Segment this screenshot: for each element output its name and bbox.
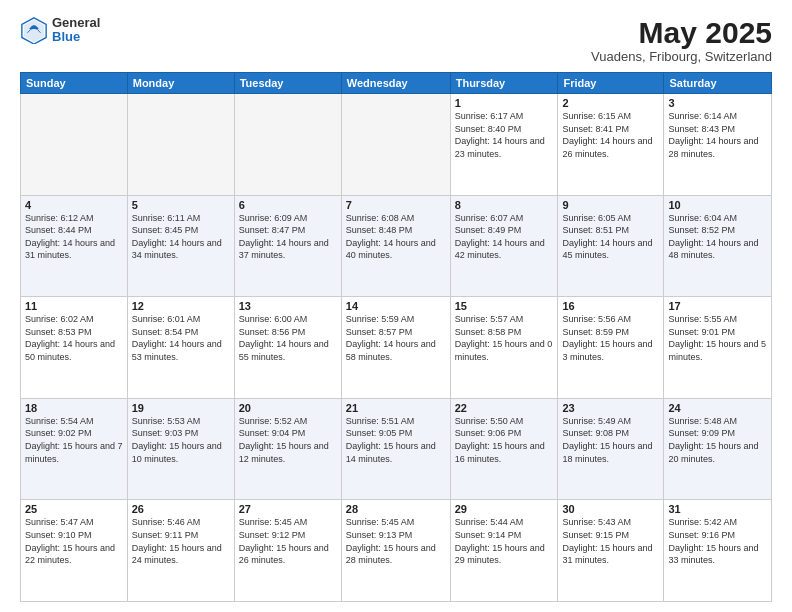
day-info: Sunrise: 6:00 AM Sunset: 8:56 PM Dayligh… — [239, 313, 337, 363]
day-number: 22 — [455, 402, 554, 414]
day-number: 8 — [455, 199, 554, 211]
table-row — [127, 94, 234, 196]
day-info: Sunrise: 6:02 AM Sunset: 8:53 PM Dayligh… — [25, 313, 123, 363]
table-row: 27Sunrise: 5:45 AM Sunset: 9:12 PM Dayli… — [234, 500, 341, 602]
calendar-week-row: 4Sunrise: 6:12 AM Sunset: 8:44 PM Daylig… — [21, 195, 772, 297]
table-row: 20Sunrise: 5:52 AM Sunset: 9:04 PM Dayli… — [234, 398, 341, 500]
day-info: Sunrise: 6:08 AM Sunset: 8:48 PM Dayligh… — [346, 212, 446, 262]
day-number: 7 — [346, 199, 446, 211]
day-info: Sunrise: 6:11 AM Sunset: 8:45 PM Dayligh… — [132, 212, 230, 262]
day-number: 9 — [562, 199, 659, 211]
day-info: Sunrise: 5:50 AM Sunset: 9:06 PM Dayligh… — [455, 415, 554, 465]
table-row: 3Sunrise: 6:14 AM Sunset: 8:43 PM Daylig… — [664, 94, 772, 196]
table-row: 1Sunrise: 6:17 AM Sunset: 8:40 PM Daylig… — [450, 94, 558, 196]
day-number: 16 — [562, 300, 659, 312]
day-info: Sunrise: 5:47 AM Sunset: 9:10 PM Dayligh… — [25, 516, 123, 566]
table-row: 25Sunrise: 5:47 AM Sunset: 9:10 PM Dayli… — [21, 500, 128, 602]
day-number: 20 — [239, 402, 337, 414]
day-number: 4 — [25, 199, 123, 211]
calendar-week-row: 25Sunrise: 5:47 AM Sunset: 9:10 PM Dayli… — [21, 500, 772, 602]
table-row: 4Sunrise: 6:12 AM Sunset: 8:44 PM Daylig… — [21, 195, 128, 297]
day-info: Sunrise: 6:01 AM Sunset: 8:54 PM Dayligh… — [132, 313, 230, 363]
day-info: Sunrise: 5:44 AM Sunset: 9:14 PM Dayligh… — [455, 516, 554, 566]
day-info: Sunrise: 6:07 AM Sunset: 8:49 PM Dayligh… — [455, 212, 554, 262]
table-row: 18Sunrise: 5:54 AM Sunset: 9:02 PM Dayli… — [21, 398, 128, 500]
day-number: 10 — [668, 199, 767, 211]
location-subtitle: Vuadens, Fribourg, Switzerland — [591, 49, 772, 64]
logo-text: General Blue — [52, 16, 100, 45]
day-number: 12 — [132, 300, 230, 312]
table-row: 31Sunrise: 5:42 AM Sunset: 9:16 PM Dayli… — [664, 500, 772, 602]
table-row: 22Sunrise: 5:50 AM Sunset: 9:06 PM Dayli… — [450, 398, 558, 500]
day-info: Sunrise: 6:04 AM Sunset: 8:52 PM Dayligh… — [668, 212, 767, 262]
day-number: 29 — [455, 503, 554, 515]
day-info: Sunrise: 5:51 AM Sunset: 9:05 PM Dayligh… — [346, 415, 446, 465]
logo-blue: Blue — [52, 30, 100, 44]
day-number: 18 — [25, 402, 123, 414]
day-info: Sunrise: 5:49 AM Sunset: 9:08 PM Dayligh… — [562, 415, 659, 465]
table-row: 7Sunrise: 6:08 AM Sunset: 8:48 PM Daylig… — [341, 195, 450, 297]
table-row: 6Sunrise: 6:09 AM Sunset: 8:47 PM Daylig… — [234, 195, 341, 297]
day-info: Sunrise: 5:43 AM Sunset: 9:15 PM Dayligh… — [562, 516, 659, 566]
day-number: 19 — [132, 402, 230, 414]
calendar-table: Sunday Monday Tuesday Wednesday Thursday… — [20, 72, 772, 602]
day-number: 3 — [668, 97, 767, 109]
table-row — [341, 94, 450, 196]
day-info: Sunrise: 6:14 AM Sunset: 8:43 PM Dayligh… — [668, 110, 767, 160]
table-row: 28Sunrise: 5:45 AM Sunset: 9:13 PM Dayli… — [341, 500, 450, 602]
table-row: 14Sunrise: 5:59 AM Sunset: 8:57 PM Dayli… — [341, 297, 450, 399]
day-info: Sunrise: 5:45 AM Sunset: 9:12 PM Dayligh… — [239, 516, 337, 566]
header-tuesday: Tuesday — [234, 73, 341, 94]
table-row: 24Sunrise: 5:48 AM Sunset: 9:09 PM Dayli… — [664, 398, 772, 500]
month-title: May 2025 — [591, 16, 772, 49]
day-info: Sunrise: 5:42 AM Sunset: 9:16 PM Dayligh… — [668, 516, 767, 566]
day-number: 26 — [132, 503, 230, 515]
title-block: May 2025 Vuadens, Fribourg, Switzerland — [591, 16, 772, 64]
day-number: 23 — [562, 402, 659, 414]
table-row: 5Sunrise: 6:11 AM Sunset: 8:45 PM Daylig… — [127, 195, 234, 297]
table-row: 15Sunrise: 5:57 AM Sunset: 8:58 PM Dayli… — [450, 297, 558, 399]
page: General Blue May 2025 Vuadens, Fribourg,… — [0, 0, 792, 612]
table-row: 8Sunrise: 6:07 AM Sunset: 8:49 PM Daylig… — [450, 195, 558, 297]
table-row: 9Sunrise: 6:05 AM Sunset: 8:51 PM Daylig… — [558, 195, 664, 297]
day-number: 28 — [346, 503, 446, 515]
header-wednesday: Wednesday — [341, 73, 450, 94]
day-info: Sunrise: 6:09 AM Sunset: 8:47 PM Dayligh… — [239, 212, 337, 262]
table-row — [234, 94, 341, 196]
table-row — [21, 94, 128, 196]
day-info: Sunrise: 5:45 AM Sunset: 9:13 PM Dayligh… — [346, 516, 446, 566]
day-info: Sunrise: 5:52 AM Sunset: 9:04 PM Dayligh… — [239, 415, 337, 465]
header-saturday: Saturday — [664, 73, 772, 94]
table-row: 17Sunrise: 5:55 AM Sunset: 9:01 PM Dayli… — [664, 297, 772, 399]
day-info: Sunrise: 5:57 AM Sunset: 8:58 PM Dayligh… — [455, 313, 554, 363]
table-row: 21Sunrise: 5:51 AM Sunset: 9:05 PM Dayli… — [341, 398, 450, 500]
day-number: 15 — [455, 300, 554, 312]
day-number: 13 — [239, 300, 337, 312]
header-sunday: Sunday — [21, 73, 128, 94]
day-info: Sunrise: 5:46 AM Sunset: 9:11 PM Dayligh… — [132, 516, 230, 566]
logo-icon — [20, 16, 48, 44]
day-info: Sunrise: 6:12 AM Sunset: 8:44 PM Dayligh… — [25, 212, 123, 262]
day-number: 30 — [562, 503, 659, 515]
day-info: Sunrise: 5:54 AM Sunset: 9:02 PM Dayligh… — [25, 415, 123, 465]
calendar-week-row: 1Sunrise: 6:17 AM Sunset: 8:40 PM Daylig… — [21, 94, 772, 196]
header-monday: Monday — [127, 73, 234, 94]
table-row: 16Sunrise: 5:56 AM Sunset: 8:59 PM Dayli… — [558, 297, 664, 399]
table-row: 29Sunrise: 5:44 AM Sunset: 9:14 PM Dayli… — [450, 500, 558, 602]
header-friday: Friday — [558, 73, 664, 94]
day-number: 31 — [668, 503, 767, 515]
calendar-header-row: Sunday Monday Tuesday Wednesday Thursday… — [21, 73, 772, 94]
day-info: Sunrise: 5:48 AM Sunset: 9:09 PM Dayligh… — [668, 415, 767, 465]
table-row: 2Sunrise: 6:15 AM Sunset: 8:41 PM Daylig… — [558, 94, 664, 196]
table-row: 13Sunrise: 6:00 AM Sunset: 8:56 PM Dayli… — [234, 297, 341, 399]
table-row: 11Sunrise: 6:02 AM Sunset: 8:53 PM Dayli… — [21, 297, 128, 399]
day-number: 21 — [346, 402, 446, 414]
day-number: 24 — [668, 402, 767, 414]
day-info: Sunrise: 5:55 AM Sunset: 9:01 PM Dayligh… — [668, 313, 767, 363]
day-number: 17 — [668, 300, 767, 312]
table-row: 23Sunrise: 5:49 AM Sunset: 9:08 PM Dayli… — [558, 398, 664, 500]
calendar-week-row: 11Sunrise: 6:02 AM Sunset: 8:53 PM Dayli… — [21, 297, 772, 399]
logo-general: General — [52, 16, 100, 30]
table-row: 26Sunrise: 5:46 AM Sunset: 9:11 PM Dayli… — [127, 500, 234, 602]
day-number: 14 — [346, 300, 446, 312]
